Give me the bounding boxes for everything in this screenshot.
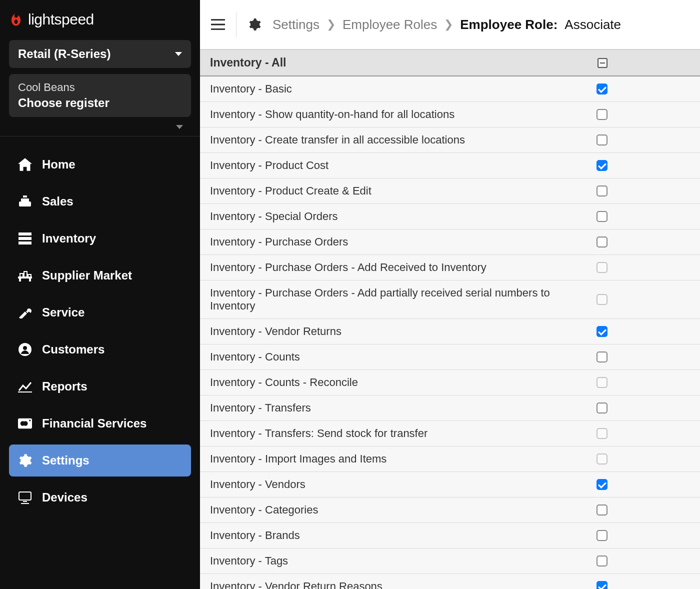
permission-label: Inventory - Special Orders	[210, 210, 596, 223]
permission-row: Inventory - Vendor Returns	[200, 319, 700, 344]
financial-services-icon	[18, 416, 32, 430]
svg-point-10	[23, 346, 27, 350]
permission-checkbox[interactable]	[596, 186, 608, 196]
sidebar-item-label: Devices	[42, 490, 88, 504]
permission-checkbox[interactable]	[596, 109, 608, 120]
logo[interactable]: lightspeed	[0, 0, 200, 37]
permission-label: Inventory - Counts - Reconcile	[210, 376, 596, 389]
sidebar-item-sales[interactable]: Sales	[9, 186, 191, 218]
permission-label: Inventory - Purchase Orders - Add Receiv…	[210, 261, 596, 274]
sidebar-item-reports[interactable]: Reports	[9, 370, 191, 402]
breadcrumb: Settings ❯ Employee Roles ❯ Employee Rol…	[272, 17, 621, 32]
permission-row: Inventory - Special Orders	[200, 204, 700, 230]
permission-checkbox[interactable]	[596, 84, 608, 94]
permission-checkbox[interactable]	[596, 402, 608, 414]
permission-row: Inventory - Product Create & Edit	[200, 178, 700, 204]
svg-rect-3	[18, 232, 32, 236]
permission-checkbox	[596, 262, 608, 273]
permission-checkbox[interactable]	[596, 479, 608, 490]
store-selector[interactable]: Cool Beans Choose register	[9, 74, 191, 117]
permission-row: Inventory - Product Cost	[200, 153, 700, 178]
permission-row: Inventory - Counts - Reconcile	[200, 370, 700, 396]
brand-name: lightspeed	[28, 11, 94, 28]
content: Inventory - All Inventory - BasicInvento…	[200, 50, 700, 589]
sidebar-item-financial-services[interactable]: Financial Services	[9, 408, 191, 440]
permission-row: Inventory - Show quantity-on-hand for al…	[200, 102, 700, 128]
permission-label: Inventory - Categories	[210, 504, 596, 516]
permission-row: Inventory - Tags	[200, 548, 700, 574]
permission-label: Inventory - Basic	[210, 82, 596, 96]
permission-row: Inventory - Purchase Orders - Add Receiv…	[200, 255, 700, 280]
sidebar-item-home[interactable]: Home	[9, 148, 191, 180]
customers-icon	[18, 342, 32, 356]
svg-rect-1	[21, 198, 29, 202]
svg-rect-15	[29, 420, 30, 422]
permission-label: Inventory - Transfers: Send stock for tr…	[210, 427, 596, 440]
expand-toggle[interactable]	[0, 120, 200, 136]
permission-checkbox[interactable]	[596, 134, 608, 146]
permission-row: Inventory - Brands	[200, 523, 700, 548]
permission-row: Inventory - Transfers	[200, 396, 700, 421]
svg-rect-4	[18, 237, 32, 240]
topbar: Settings ❯ Employee Roles ❯ Employee Rol…	[200, 0, 700, 50]
service-icon	[18, 306, 32, 320]
inventory-icon	[18, 232, 32, 246]
permission-row: Inventory - Basic	[200, 76, 700, 102]
flame-icon	[9, 12, 23, 26]
permission-label: Inventory - Vendor Returns	[210, 325, 596, 338]
chevron-right-icon: ❯	[444, 18, 453, 31]
gear-icon[interactable]	[248, 18, 262, 32]
svg-rect-8	[29, 278, 31, 282]
sidebar-item-customers[interactable]: Customers	[9, 334, 191, 366]
svg-rect-5	[18, 242, 32, 244]
breadcrumb-employee-roles[interactable]: Employee Roles	[342, 17, 437, 32]
sidebar-item-inventory[interactable]: Inventory	[9, 222, 191, 254]
permission-checkbox[interactable]	[596, 581, 608, 589]
sidebar: lightspeed Retail (R-Series) Cool Beans …	[0, 0, 200, 589]
product-selector[interactable]: Retail (R-Series)	[9, 40, 191, 68]
permission-checkbox[interactable]	[596, 504, 608, 516]
permission-label: Inventory - Product Cost	[210, 159, 596, 172]
permission-row: Inventory - Vendors	[200, 472, 700, 498]
sidebar-item-service[interactable]: Service	[9, 296, 191, 328]
hamburger-icon[interactable]	[211, 18, 225, 32]
home-icon	[18, 158, 32, 172]
permission-checkbox[interactable]	[596, 326, 608, 337]
sidebar-item-devices[interactable]: Devices	[9, 482, 191, 514]
sidebar-item-label: Inventory	[42, 232, 96, 246]
permission-label: Inventory - Product Create & Edit	[210, 184, 596, 198]
permission-checkbox[interactable]	[596, 530, 608, 541]
section-header[interactable]: Inventory - All	[200, 50, 700, 76]
permission-label: Inventory - Purchase Orders	[210, 236, 596, 248]
svg-rect-7	[19, 278, 21, 282]
svg-rect-0	[19, 202, 31, 206]
breadcrumb-current-value: Associate	[564, 17, 621, 32]
breadcrumb-settings[interactable]: Settings	[272, 17, 320, 32]
permission-label: Inventory - Counts	[210, 350, 596, 364]
collapse-icon[interactable]	[598, 58, 608, 68]
supplier-market-icon	[18, 268, 32, 282]
permission-label: Inventory - Tags	[210, 554, 596, 568]
permission-checkbox[interactable]	[596, 160, 608, 171]
permission-checkbox	[596, 428, 608, 439]
permission-checkbox[interactable]	[596, 211, 608, 222]
sales-icon	[18, 194, 32, 208]
sidebar-item-label: Reports	[42, 380, 88, 394]
nav-list: HomeSalesInventorySupplier MarketService…	[0, 136, 200, 526]
choose-register-label: Choose register	[18, 96, 110, 110]
permission-row: Inventory - Purchase Orders - Add partia…	[200, 280, 700, 319]
permission-label: Inventory - Purchase Orders - Add partia…	[210, 286, 596, 312]
svg-rect-17	[23, 501, 27, 502]
sidebar-item-supplier-market[interactable]: Supplier Market	[9, 260, 191, 292]
sidebar-item-settings[interactable]: Settings	[9, 444, 191, 476]
product-selector-label: Retail (R-Series)	[18, 47, 110, 61]
permission-checkbox[interactable]	[596, 556, 608, 566]
sidebar-item-label: Settings	[42, 454, 90, 468]
permission-label: Inventory - Vendor Return Reasons	[210, 580, 596, 589]
svg-point-14	[23, 421, 28, 426]
permission-row: Inventory - Transfers: Send stock for tr…	[200, 421, 700, 446]
permission-checkbox[interactable]	[596, 352, 608, 362]
permission-checkbox[interactable]	[596, 236, 608, 248]
svg-rect-2	[23, 196, 27, 198]
store-name: Cool Beans	[18, 81, 75, 94]
